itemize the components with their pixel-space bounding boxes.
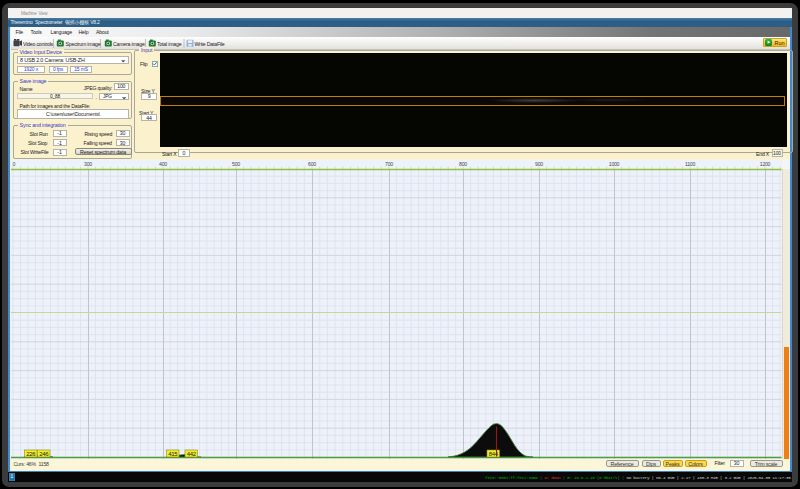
svg-text:226: 226 (26, 451, 36, 457)
svg-text:246: 246 (39, 451, 49, 457)
svg-text:1200: 1200 (760, 161, 771, 167)
svg-text:600: 600 (308, 161, 316, 167)
svg-text:700: 700 (385, 161, 393, 167)
svg-text:0: 0 (13, 161, 16, 167)
svg-text:442: 442 (187, 451, 197, 457)
svg-text:900: 900 (535, 161, 543, 167)
svg-text:844: 844 (489, 451, 499, 457)
svg-text:400: 400 (159, 161, 167, 167)
svg-text:500: 500 (232, 161, 240, 167)
svg-text:300: 300 (84, 161, 92, 167)
svg-text:1000: 1000 (609, 161, 620, 167)
svg-text:800: 800 (459, 161, 467, 167)
svg-text:415: 415 (168, 451, 178, 457)
svg-text:1100: 1100 (685, 161, 695, 167)
